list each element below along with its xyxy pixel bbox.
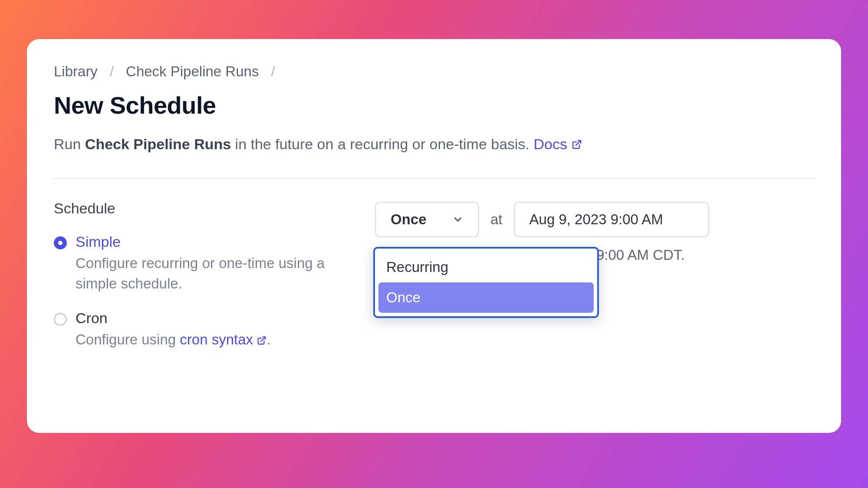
radio-cron[interactable]	[54, 313, 67, 326]
frequency-option-recurring[interactable]: Recurring	[378, 252, 594, 282]
radio-simple-desc: Configure recurring or one-time using a …	[76, 253, 349, 295]
schedule-config-column: Once at Aug 9, 2023 9:00 AM 9:00 AM CDT.…	[375, 200, 814, 237]
svg-line-0	[576, 141, 581, 145]
radio-option-simple[interactable]: Simple Configure recurring or one-time u…	[54, 233, 349, 295]
breadcrumb-separator: /	[271, 63, 275, 80]
radio-simple-text: Simple Configure recurring or one-time u…	[76, 233, 349, 295]
radio-cron-text: Cron Configure using cron syntax .	[76, 310, 270, 350]
cron-syntax-link-label: cron syntax	[180, 331, 253, 347]
breadcrumb: Library / Check Pipeline Runs /	[54, 63, 814, 80]
chevron-down-icon	[452, 214, 464, 225]
docs-link-label: Docs	[534, 134, 567, 155]
schedule-card: Library / Check Pipeline Runs / New Sche…	[27, 39, 841, 433]
frequency-select-value: Once	[391, 211, 427, 228]
at-label: at	[490, 211, 503, 228]
subtitle-suffix: in the future on a recurring or one-time…	[231, 136, 533, 152]
breadcrumb-library[interactable]: Library	[54, 63, 98, 80]
schedule-section-label: Schedule	[54, 200, 349, 217]
frequency-select[interactable]: Once	[375, 202, 479, 237]
radio-cron-desc: Configure using cron syntax .	[76, 329, 270, 350]
subtitle-prefix: Run	[54, 136, 85, 152]
radio-option-cron[interactable]: Cron Configure using cron syntax .	[54, 310, 349, 350]
schedule-section: Schedule Simple Configure recurring or o…	[54, 200, 814, 366]
docs-link[interactable]: Docs	[534, 134, 582, 155]
page-title: New Schedule	[54, 91, 814, 119]
datetime-input[interactable]: Aug 9, 2023 9:00 AM	[514, 202, 709, 237]
external-link-icon	[572, 139, 582, 150]
cron-desc-suffix: .	[266, 331, 270, 347]
frequency-option-once[interactable]: Once	[378, 282, 594, 313]
breadcrumb-separator: /	[110, 63, 114, 80]
next-run-text: 9:00 AM CDT.	[596, 247, 685, 263]
breadcrumb-check-pipeline-runs[interactable]: Check Pipeline Runs	[126, 63, 259, 80]
cron-desc-prefix: Configure using	[76, 331, 180, 347]
radio-simple[interactable]	[54, 236, 67, 249]
svg-line-1	[261, 337, 265, 341]
radio-cron-title: Cron	[76, 310, 270, 327]
divider	[54, 178, 814, 179]
subtitle-pipeline-name: Check Pipeline Runs	[85, 136, 231, 152]
radio-simple-title: Simple	[76, 233, 349, 250]
cron-syntax-link[interactable]: cron syntax	[180, 331, 266, 347]
frequency-dropdown: Recurring Once	[373, 247, 599, 318]
external-link-icon	[257, 336, 266, 345]
page-subtitle: Run Check Pipeline Runs in the future on…	[54, 134, 814, 155]
schedule-type-column: Schedule Simple Configure recurring or o…	[54, 200, 349, 366]
